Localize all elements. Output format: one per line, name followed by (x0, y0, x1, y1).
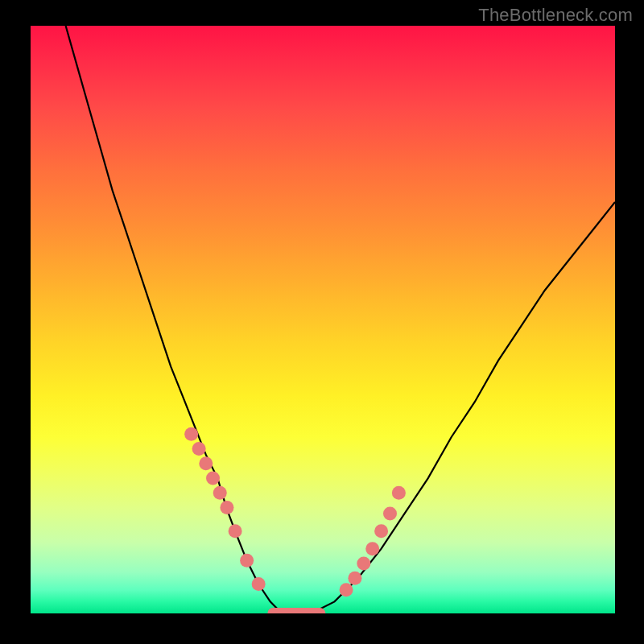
highlight-dot (357, 556, 370, 570)
highlight-dot (365, 542, 379, 555)
highlight-dot (374, 524, 388, 538)
chart-stage: TheBottleneck.com (0, 0, 644, 644)
highlight-dot (229, 524, 242, 538)
highlight-dot (348, 572, 361, 585)
highlight-dot (199, 456, 213, 470)
bottleneck-curve (66, 26, 615, 613)
highlight-dot (213, 486, 227, 500)
highlight-dot (206, 472, 220, 485)
highlight-dot (340, 583, 353, 597)
plot-area (31, 26, 615, 613)
highlight-dot (240, 554, 254, 568)
highlight-dot (184, 427, 198, 441)
highlight-dot (383, 506, 397, 520)
highlight-dot (192, 442, 206, 456)
highlight-dot (392, 486, 406, 500)
watermark-text: TheBottleneck.com (478, 5, 633, 26)
highlight-dots (184, 427, 406, 597)
highlight-dot (220, 501, 233, 514)
curve-layer (31, 26, 615, 613)
highlight-dot (252, 577, 266, 591)
